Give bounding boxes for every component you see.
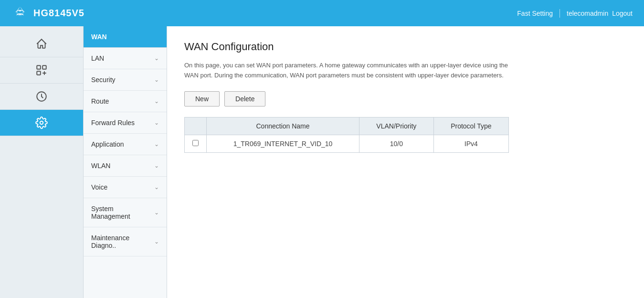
header-right: Fast Setting telecomadmin Logout: [517, 9, 633, 18]
new-button[interactable]: New: [184, 91, 220, 106]
sidebar-item-security[interactable]: Security ⌄: [84, 69, 167, 91]
page-description: On this page, you can set WAN port param…: [184, 61, 509, 81]
row-checkbox[interactable]: [192, 140, 199, 146]
row-protocol-type: IPv4: [433, 135, 508, 152]
chevron-down-icon: ⌄: [154, 119, 159, 126]
chevron-down-icon: ⌄: [154, 55, 159, 62]
fast-setting-link[interactable]: Fast Setting: [517, 10, 553, 17]
sidebar-item-system-management[interactable]: System Management ⌄: [84, 198, 167, 227]
delete-button[interactable]: Delete: [224, 91, 265, 106]
huawei-logo-icon: [11, 5, 29, 22]
chevron-down-icon: ⌄: [154, 162, 159, 169]
text-sidebar: WAN LAN ⌄ Security ⌄ Route ⌄ Forward Rul…: [84, 26, 167, 298]
sidebar-item-wlan[interactable]: WLAN ⌄: [84, 155, 167, 177]
sidebar-item-lan[interactable]: LAN ⌄: [84, 48, 167, 69]
row-vlan-priority: 10/0: [359, 135, 434, 152]
table-header-row: Connection Name VLAN/Priority Protocol T…: [185, 117, 509, 135]
sidebar-item-wan[interactable]: WAN: [84, 26, 167, 48]
username-label: telecomadmin: [567, 10, 608, 17]
svg-point-4: [40, 121, 43, 125]
action-buttons: New Delete: [184, 91, 627, 106]
content-area: WAN Configuration On this page, you can …: [167, 26, 644, 298]
sidebar-icon-home[interactable]: [0, 31, 83, 57]
logout-button[interactable]: Logout: [612, 10, 633, 17]
header: HG8145V5 Fast Setting telecomadmin Logou…: [0, 0, 644, 26]
header-divider: [560, 9, 560, 18]
chevron-down-icon: ⌄: [154, 141, 159, 148]
table-row: 1_TR069_INTERNET_R_VID_10 10/0 IPv4: [185, 135, 509, 152]
svg-rect-1: [42, 65, 46, 69]
wan-table: Connection Name VLAN/Priority Protocol T…: [184, 117, 509, 153]
table-header-vlan: VLAN/Priority: [359, 117, 434, 135]
chevron-down-icon: ⌄: [154, 76, 159, 83]
sidebar-item-forward-rules[interactable]: Forward Rules ⌄: [84, 112, 167, 134]
header-left: HG8145V5: [11, 5, 84, 22]
icon-sidebar: [0, 26, 84, 298]
sidebar-item-application[interactable]: Application ⌄: [84, 134, 167, 155]
row-checkbox-cell[interactable]: [185, 135, 207, 152]
svg-rect-2: [37, 71, 41, 75]
chevron-down-icon: ⌄: [154, 184, 159, 191]
chevron-down-icon: ⌄: [154, 238, 159, 245]
row-connection-name: 1_TR069_INTERNET_R_VID_10: [207, 135, 359, 152]
app-title: HG8145V5: [33, 8, 84, 19]
sidebar-item-maintenance[interactable]: Maintenance Diagno.. ⌄: [84, 227, 167, 256]
sidebar-item-voice[interactable]: Voice ⌄: [84, 177, 167, 198]
table-header-checkbox: [185, 117, 207, 135]
sidebar-item-route[interactable]: Route ⌄: [84, 91, 167, 112]
table-header-connection-name: Connection Name: [207, 117, 359, 135]
sidebar-icon-status[interactable]: [0, 57, 83, 84]
svg-rect-0: [37, 65, 41, 69]
sidebar-icon-time[interactable]: [0, 84, 83, 110]
chevron-down-icon: ⌄: [154, 209, 159, 216]
page-title: WAN Configuration: [184, 41, 627, 53]
main-layout: WAN LAN ⌄ Security ⌄ Route ⌄ Forward Rul…: [0, 26, 644, 298]
table-header-protocol: Protocol Type: [433, 117, 508, 135]
sidebar-icon-settings[interactable]: [0, 110, 83, 136]
chevron-down-icon: ⌄: [154, 98, 159, 105]
